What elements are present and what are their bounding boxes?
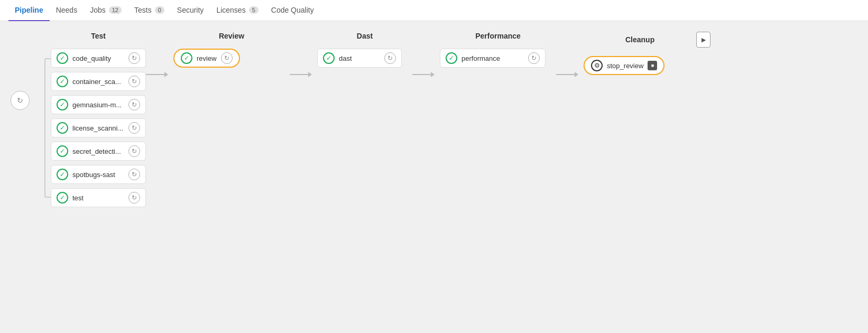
job-container-scan-label: container_sca... [72,78,124,86]
success-icon: ✓ [57,169,68,180]
job-performance-label: performance [461,54,524,62]
tab-code-quality[interactable]: Code Quality [265,0,320,21]
refresh-icon: ↻ [17,96,23,105]
job-gemnasium-label: gemnasium-m... [72,101,124,109]
tab-tests-label: Tests [134,6,152,14]
stage-review-header: Review [173,32,290,40]
tab-licenses-label: Licenses [216,6,245,14]
connector-performance-cleanup [556,72,578,77]
job-license-scanning-label: license_scanni... [72,124,124,132]
retry-performance-button[interactable]: ↻ [528,52,540,64]
job-code-quality[interactable]: ✓ code_quality ↻ [51,49,146,68]
success-icon: ✓ [57,145,68,157]
stage-review: Review ✓ review ↻ [173,32,290,68]
tab-security-label: Security [177,6,204,14]
success-icon: ✓ [181,52,192,64]
stages-wrapper: ↻ Test ✓ code_quality ↻ [11,32,857,207]
job-stop-review-label: stop_review [607,62,643,70]
success-icon: ✓ [323,52,335,64]
job-dast-card[interactable]: ✓ dast ↻ [317,49,402,68]
tab-needs-label: Needs [56,6,77,14]
job-dast-label: dast [339,54,380,62]
job-license-scanning[interactable]: ✓ license_scanni... ↻ [51,118,146,137]
job-code-quality-label: code_quality [72,54,124,62]
jobs-badge: 12 [109,6,122,14]
job-test-label: test [72,194,124,202]
stop-icon: ■ [651,63,654,68]
running-icon: ⚙ [591,60,603,71]
retry-gemnasium-button[interactable]: ↻ [128,99,140,110]
success-icon: ✓ [57,99,68,110]
retry-code-quality-button[interactable]: ↻ [128,52,140,64]
job-spotbugs-label: spotbugs-sast [72,171,124,179]
tab-jobs[interactable]: Jobs 12 [84,0,128,21]
connector-review-dast [290,72,312,77]
job-stop-review-card[interactable]: ⚙ stop_review ■ [584,56,664,75]
tests-badge: 0 [155,6,164,14]
tab-code-quality-label: Code Quality [271,6,314,14]
stage-cleanup-header: Cleanup [584,35,696,44]
job-review-card[interactable]: ✓ review ↻ [173,49,240,68]
top-nav: Pipeline Needs Jobs 12 Tests 0 Security … [0,0,868,21]
success-icon: ✓ [57,122,68,134]
tab-needs[interactable]: Needs [50,0,84,21]
job-review-label: review [197,54,217,62]
stage-dast: Dast ✓ dast ↻ [317,32,412,68]
connector-test-review [146,72,168,77]
tab-licenses[interactable]: Licenses 5 [210,0,264,21]
stage-performance-header: Performance [440,32,556,40]
pipeline-canvas: ↻ Test ✓ code_quality ↻ [0,21,868,333]
job-container-scan[interactable]: ✓ container_sca... ↻ [51,72,146,91]
test-jobs-list: ✓ code_quality ↻ ✓ container_sca... ↻ ✓ … [51,49,146,207]
job-secret-detection[interactable]: ✓ secret_detecti... ↻ [51,142,146,161]
success-icon: ✓ [57,76,68,87]
stage-test: Test ✓ code_quality ↻ ✓ contain [35,32,146,207]
retry-spotbugs-button[interactable]: ↻ [128,169,140,180]
stage-performance: Performance ✓ performance ↻ [440,32,556,68]
stage-dast-header: Dast [317,32,412,40]
play-icon: ▶ [701,36,706,43]
retry-review-button[interactable]: ↻ [221,52,233,64]
stop-button[interactable]: ■ [648,61,657,70]
job-gemnasium[interactable]: ✓ gemnasium-m... ↻ [51,95,146,114]
job-performance-card[interactable]: ✓ performance ↻ [440,49,546,68]
success-icon: ✓ [57,192,68,204]
job-spotbugs[interactable]: ✓ spotbugs-sast ↻ [51,165,146,184]
retry-secret-detection-button[interactable]: ↻ [128,145,140,157]
licenses-badge: 5 [249,6,258,14]
retry-dast-button[interactable]: ↻ [384,52,396,64]
stage-cleanup-play-button[interactable]: ▶ [696,32,710,48]
job-test[interactable]: ✓ test ↻ [51,188,146,207]
retry-license-scanning-button[interactable]: ↻ [128,122,140,134]
stage-test-header: Test [35,32,146,40]
tab-jobs-label: Jobs [90,6,106,14]
stage-cleanup: Cleanup ▶ ⚙ stop_review ■ [584,32,710,75]
tab-security[interactable]: Security [171,0,210,21]
connector-dast-performance [412,72,435,77]
job-secret-detection-label: secret_detecti... [72,147,124,155]
tab-tests[interactable]: Tests 0 [128,0,171,21]
retry-test-button[interactable]: ↻ [128,192,140,204]
retry-container-scan-button[interactable]: ↻ [128,76,140,87]
success-icon: ✓ [446,52,457,64]
tab-pipeline-label: Pipeline [15,6,43,14]
success-icon: ✓ [57,52,68,64]
pipeline-refresh-button[interactable]: ↻ [11,91,30,110]
tab-pipeline[interactable]: Pipeline [8,0,50,21]
